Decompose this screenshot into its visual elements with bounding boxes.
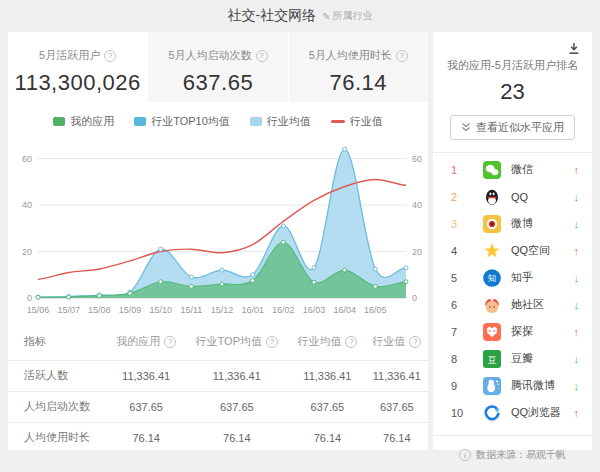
trend-chart: 0020204040606015/0615/0715/0815/0915/101… <box>8 132 428 322</box>
data-source-text: 数据来源：易观千帆 <box>476 448 566 462</box>
ranking-value: 23 <box>433 79 592 105</box>
rank-number: 6 <box>451 299 483 311</box>
svg-text:0: 0 <box>27 293 32 303</box>
svg-text:16/01: 16/01 <box>241 305 264 315</box>
tantan-icon <box>483 323 501 341</box>
download-icon <box>568 42 580 55</box>
ranking-panel: 我的应用-5月活跃用户排名 23 查看近似水平应用 1 微信 ↑ 2 QQ ↓ … <box>433 32 592 450</box>
rank-number: 9 <box>451 380 483 392</box>
table-row: 人均使用时长 76.14 76.14 76.14 76.14 <box>8 422 428 453</box>
rank-number: 2 <box>451 191 483 203</box>
data-source-footer: i 数据来源：易观千帆 <box>433 435 592 462</box>
trend-down-arrow-icon: ↓ <box>574 380 580 392</box>
tashequ-icon <box>483 296 501 314</box>
col-header-my-app: 我的应用 <box>116 334 160 349</box>
app-name: 微信 <box>511 162 533 177</box>
ranking-list-item[interactable]: 8 豆 豆瓣 ↓ <box>433 345 592 372</box>
ranking-list-item[interactable]: 4 QQ空间 ↑ <box>433 237 592 264</box>
svg-text:20: 20 <box>412 247 422 257</box>
trend-down-arrow-icon: ↓ <box>574 299 580 311</box>
view-similar-apps-button[interactable]: 查看近似水平应用 <box>450 115 575 140</box>
trend-down-arrow-icon: ↓ <box>574 218 580 230</box>
svg-text:15/10: 15/10 <box>149 305 172 315</box>
qq-icon <box>483 188 501 206</box>
col-header-industry-value: 行业值 <box>372 334 405 349</box>
app-name: 微博 <box>511 216 533 231</box>
metric-value: 637.65 <box>220 401 254 413</box>
chart-legend: 我的应用 行业TOP10均值 行业均值 行业值 <box>8 102 428 132</box>
legend-item-top10-avg[interactable]: 行业TOP10均值 <box>134 114 230 129</box>
rank-number: 3 <box>451 218 483 230</box>
info-icon[interactable]: ? <box>409 336 421 348</box>
qqbrowser-icon <box>483 404 501 422</box>
metric-value: 637.65 <box>129 401 163 413</box>
metrics-table: 指标 我的应用? 行业TOP均值? 行业均值? 行业值? 活跃人数 11,336… <box>8 324 428 453</box>
stat-card-avg-launches[interactable]: 5月人均启动次数 ? 637.65 <box>147 32 287 102</box>
download-button[interactable] <box>566 40 582 60</box>
trend-up-arrow-icon: ↑ <box>574 245 580 257</box>
zhihu-icon: 知 <box>483 269 501 287</box>
svg-text:0: 0 <box>412 293 417 303</box>
svg-text:16/02: 16/02 <box>272 305 295 315</box>
svg-text:16/03: 16/03 <box>303 305 326 315</box>
svg-text:40: 40 <box>22 200 32 210</box>
main-content: 5月活跃用户 ? 113,300,026 5月人均启动次数 ? 637.65 5… <box>0 32 600 450</box>
metric-label: 人均使用时长 <box>24 431 90 443</box>
svg-text:15/12: 15/12 <box>211 305 234 315</box>
stat-label: 5月人均使用时长 <box>309 48 392 63</box>
svg-text:60: 60 <box>412 154 422 164</box>
app-ranking-list: 1 微信 ↑ 2 QQ ↓ 3 微博 ↓ 4 QQ空间 ↑ 5 知 知乎 ↓ 6… <box>433 153 592 426</box>
stat-value: 637.65 <box>148 70 287 96</box>
ranking-list-item[interactable]: 3 微博 ↓ <box>433 210 592 237</box>
txweibo-icon <box>483 377 501 395</box>
svg-text:15/06: 15/06 <box>27 305 50 315</box>
trend-up-arrow-icon: ↑ <box>574 407 580 419</box>
info-icon[interactable]: ? <box>104 50 116 62</box>
ranking-list-item[interactable]: 2 QQ ↓ <box>433 183 592 210</box>
trend-down-arrow-icon: ↓ <box>574 272 580 284</box>
info-icon: i <box>459 449 471 461</box>
app-name: QQ浏览器 <box>511 405 561 420</box>
ranking-list-item[interactable]: 6 她社区 ↓ <box>433 291 592 318</box>
svg-text:16/04: 16/04 <box>333 305 356 315</box>
ranking-list-item[interactable]: 7 探探 ↑ <box>433 318 592 345</box>
legend-swatch-teal <box>134 117 146 126</box>
info-icon[interactable]: ? <box>164 336 176 348</box>
metric-value: 76.14 <box>132 432 160 444</box>
svg-text:60: 60 <box>22 154 32 164</box>
info-icon[interactable]: ? <box>396 50 408 62</box>
table-row: 人均启动次数 637.65 637.65 637.65 637.65 <box>8 391 428 422</box>
app-name: QQ空间 <box>511 243 550 258</box>
stat-label: 5月活跃用户 <box>39 48 100 63</box>
legend-item-industry-value[interactable]: 行业值 <box>331 114 383 129</box>
app-name: 探探 <box>511 324 533 339</box>
info-icon[interactable]: ? <box>266 336 278 348</box>
legend-swatch-green <box>53 117 65 126</box>
ranking-list-item[interactable]: 1 微信 ↑ <box>433 156 592 183</box>
app-name: 她社区 <box>511 297 544 312</box>
edit-icon: ✎ <box>322 11 330 22</box>
metric-value: 11,336.41 <box>303 370 351 382</box>
info-icon[interactable]: ? <box>256 50 268 62</box>
svg-text:15/08: 15/08 <box>88 305 111 315</box>
legend-item-my-app[interactable]: 我的应用 <box>53 114 114 129</box>
svg-text:知: 知 <box>488 273 497 283</box>
stat-card-avg-duration[interactable]: 5月人均使用时长 ? 76.14 <box>288 32 428 102</box>
rank-number: 5 <box>451 272 483 284</box>
stat-card-active-users[interactable]: 5月活跃用户 ? 113,300,026 <box>8 32 147 102</box>
metric-value: 76.14 <box>383 432 411 444</box>
legend-item-industry-avg[interactable]: 行业均值 <box>250 114 311 129</box>
rank-number: 10 <box>451 407 483 419</box>
ranking-list-item[interactable]: 10 QQ浏览器 ↑ <box>433 399 592 426</box>
trend-up-arrow-icon: ↑ <box>574 164 580 176</box>
info-icon[interactable]: ? <box>345 336 357 348</box>
industry-label: 所属行业 <box>333 9 373 23</box>
svg-text:40: 40 <box>412 200 422 210</box>
ranking-list-item[interactable]: 9 腾讯微博 ↓ <box>433 372 592 399</box>
app-name: 知乎 <box>511 270 533 285</box>
metric-value: 76.14 <box>223 432 251 444</box>
trend-up-arrow-icon: ↑ <box>574 326 580 338</box>
page-header: 社交-社交网络 ✎ 所属行业 <box>0 0 600 32</box>
ranking-list-item[interactable]: 5 知 知乎 ↓ <box>433 264 592 291</box>
industry-link[interactable]: ✎ 所属行业 <box>322 9 372 23</box>
